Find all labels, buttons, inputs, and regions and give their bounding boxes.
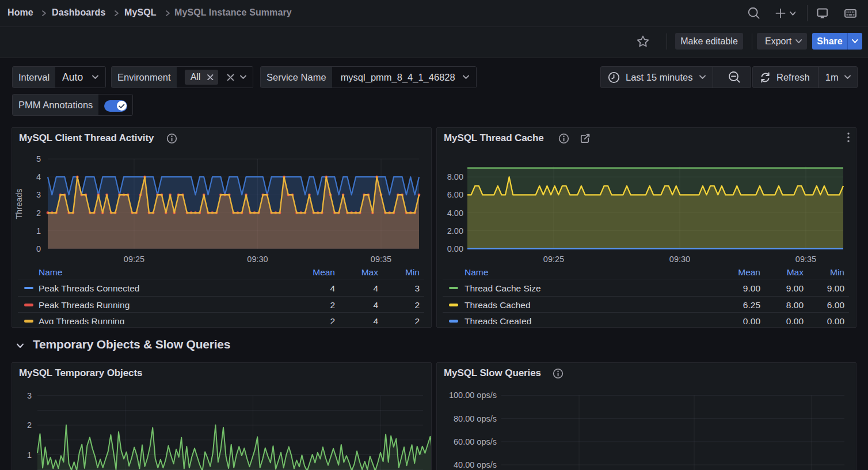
svg-text:09:25: 09:25 <box>543 255 564 264</box>
svg-text:8.00: 8.00 <box>447 172 463 181</box>
svg-text:1: 1 <box>27 450 32 460</box>
svg-text:0.00: 0.00 <box>447 244 463 253</box>
svg-text:6.00: 6.00 <box>447 190 463 199</box>
svg-text:Threads: Threads <box>14 188 24 219</box>
svg-text:40.00 ops/s: 40.00 ops/s <box>454 460 497 469</box>
svg-text:09:25: 09:25 <box>124 255 144 264</box>
svg-text:2: 2 <box>27 420 32 430</box>
svg-text:09:35: 09:35 <box>795 255 816 264</box>
svg-text:100.00 ops/s: 100.00 ops/s <box>449 391 497 400</box>
svg-text:09:30: 09:30 <box>669 255 690 264</box>
svg-text:2: 2 <box>36 209 41 218</box>
svg-text:4.00: 4.00 <box>447 209 463 218</box>
svg-text:80.00 ops/s: 80.00 ops/s <box>454 414 497 423</box>
svg-text:2.00: 2.00 <box>447 226 463 236</box>
svg-text:3: 3 <box>36 190 41 199</box>
svg-text:09:35: 09:35 <box>371 255 391 264</box>
svg-text:60.00 ops/s: 60.00 ops/s <box>454 437 497 446</box>
svg-text:1: 1 <box>36 226 41 236</box>
svg-text:09:30: 09:30 <box>247 255 268 264</box>
svg-text:0: 0 <box>36 244 41 253</box>
svg-text:3: 3 <box>27 391 32 400</box>
svg-text:4: 4 <box>36 172 41 181</box>
svg-text:5: 5 <box>36 154 41 164</box>
